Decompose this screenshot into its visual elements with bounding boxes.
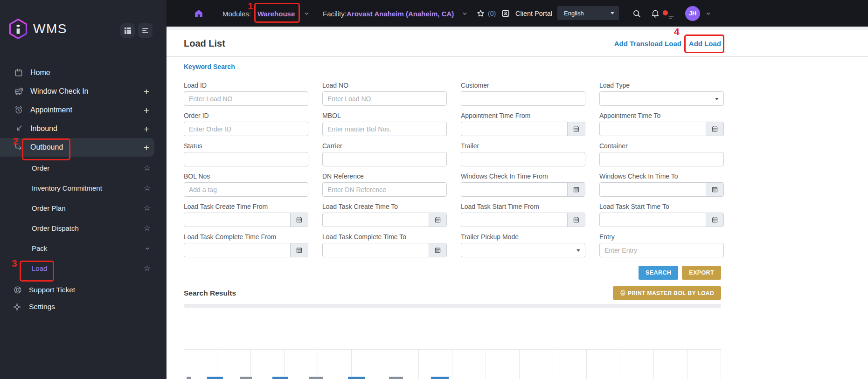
- load-task-start-time-to-input[interactable]: [600, 213, 706, 227]
- trailer-pickup-mode-select[interactable]: [461, 243, 585, 257]
- results-table-clipped: [184, 349, 721, 379]
- facility-value[interactable]: Arovast Anaheim (Anaheim, CA): [347, 9, 454, 17]
- windows-check-in-time-to-input[interactable]: [600, 183, 706, 196]
- entry-label: Entry: [599, 233, 724, 241]
- load-task-complete-time-to-input-group: [322, 243, 447, 257]
- load-task-create-time-from-field: Load Task Create Time From: [184, 203, 308, 233]
- calendar-icon[interactable]: [706, 213, 723, 227]
- sidebar-item-settings[interactable]: Settings: [0, 298, 167, 315]
- sidebar-item-appointment[interactable]: Appointment +: [0, 101, 167, 119]
- add-transload-load-link[interactable]: Add Transload Load: [614, 40, 681, 48]
- order-id-input[interactable]: [184, 122, 308, 136]
- load-task-create-time-to-input[interactable]: [323, 213, 429, 227]
- sidebar-subitem-order[interactable]: Order ☆: [0, 158, 167, 178]
- print-master-bol-button[interactable]: PRINT MASTER BOL BY LOAD: [613, 286, 721, 300]
- load-type-select[interactable]: [599, 91, 724, 106]
- calendar-icon[interactable]: [290, 243, 308, 257]
- sidebar-subitem-load[interactable]: Load ☆: [0, 258, 167, 278]
- chevron-down-icon[interactable]: [461, 10, 468, 17]
- load-id-field: Load ID: [184, 82, 308, 112]
- menu-lines-icon: [141, 27, 149, 34]
- notifications-bell-icon[interactable]: [651, 9, 660, 18]
- customer-input[interactable]: [461, 92, 585, 105]
- load-task-complete-time-from-field: Load Task Complete Time From: [184, 233, 308, 263]
- caret-down-icon: [715, 98, 719, 100]
- chevron-down-icon[interactable]: [144, 245, 151, 252]
- calendar-icon[interactable]: [290, 213, 308, 227]
- trailer-pickup-mode-label: Trailer Pickup Mode: [461, 233, 585, 241]
- client-portal-label[interactable]: Client Portal: [515, 10, 552, 17]
- trailer-input-group: [461, 152, 585, 166]
- mbol-input[interactable]: [323, 122, 446, 136]
- status-input[interactable]: [184, 152, 308, 166]
- calendar-icon[interactable]: [706, 183, 723, 196]
- star-icon[interactable]: ☆: [144, 264, 151, 272]
- load-task-start-time-to-field: Load Task Start Time To: [599, 203, 724, 233]
- sidebar-subitem-label: Order: [32, 164, 144, 172]
- calendar-icon[interactable]: [567, 213, 585, 227]
- calendar-icon[interactable]: [567, 183, 585, 196]
- load-task-complete-time-to-input[interactable]: [323, 243, 429, 257]
- plus-icon[interactable]: +: [144, 124, 149, 134]
- sidebar-subitem-order-dispatch[interactable]: Order Dispatch ☆: [0, 218, 167, 238]
- sidebar-item-window-check-in[interactable]: Window Check In +: [0, 82, 167, 101]
- star-icon[interactable]: ☆: [144, 164, 151, 172]
- windows-check-in-time-from-input[interactable]: [461, 183, 567, 196]
- star-icon[interactable]: ☆: [144, 224, 151, 232]
- grid-icon: [124, 27, 132, 34]
- load-no-input[interactable]: [323, 92, 446, 105]
- modules-value[interactable]: Warehouse: [257, 9, 295, 17]
- keyword-search-link[interactable]: Keyword Search: [184, 63, 868, 70]
- load-task-start-time-from-input[interactable]: [461, 213, 567, 227]
- search-icon[interactable]: [632, 9, 641, 18]
- star-icon[interactable]: ☆: [144, 184, 151, 192]
- export-button[interactable]: EXPORT: [682, 266, 721, 280]
- sidebar-subitem-order-plan[interactable]: Order Plan ☆: [0, 198, 167, 218]
- arrow-outbound-icon: [14, 143, 24, 152]
- load-task-create-time-from-input[interactable]: [184, 213, 290, 227]
- calendar-icon[interactable]: [706, 122, 723, 136]
- chevron-down-icon[interactable]: [705, 10, 712, 17]
- sidebar-subitem-pack[interactable]: Pack: [0, 238, 167, 258]
- load-id-input[interactable]: [184, 92, 308, 105]
- calendar-icon[interactable]: [429, 213, 446, 227]
- appointment-time-from-input[interactable]: [461, 122, 567, 136]
- sidebar-item-support-ticket[interactable]: Support Ticket: [0, 282, 167, 298]
- load-task-complete-time-from-input[interactable]: [184, 243, 290, 257]
- star-icon[interactable]: ☆: [144, 204, 151, 212]
- sidebar-item-label: Settings: [29, 303, 55, 311]
- add-load-link[interactable]: Add Load: [689, 40, 721, 48]
- results-scrollbar[interactable]: [184, 304, 721, 308]
- home-icon[interactable]: [194, 8, 204, 19]
- user-avatar[interactable]: JH: [685, 6, 700, 21]
- sidebar-item-outbound[interactable]: Outbound +: [0, 138, 154, 157]
- sidebar-subitem-label: Order Dispatch: [32, 224, 144, 232]
- bol-nos-input[interactable]: [184, 183, 308, 196]
- order-id-label: Order ID: [184, 112, 308, 120]
- carrier-input[interactable]: [323, 152, 446, 166]
- container-input[interactable]: [600, 152, 723, 166]
- plus-icon[interactable]: +: [144, 105, 149, 115]
- sidebar-item-label: Outbound: [30, 143, 144, 152]
- search-button[interactable]: SEARCH: [639, 266, 678, 280]
- trailer-input[interactable]: [461, 152, 585, 166]
- plus-icon[interactable]: +: [144, 87, 149, 96]
- dn-reference-input[interactable]: [323, 183, 446, 196]
- sidebar-subitem-inventory-commitment[interactable]: Inventory Commitment ☆: [0, 178, 167, 198]
- dn-reference-input-group: [322, 182, 447, 197]
- apps-grid-button[interactable]: [120, 23, 135, 38]
- calendar-icon[interactable]: [429, 243, 446, 257]
- calendar-icon[interactable]: [567, 122, 585, 136]
- client-portal-icon[interactable]: [501, 9, 510, 18]
- entry-input[interactable]: [600, 243, 723, 257]
- plus-icon[interactable]: +: [144, 143, 149, 152]
- chevron-down-icon[interactable]: [303, 10, 310, 17]
- favorites-star-icon[interactable]: [476, 9, 485, 18]
- sidebar-item-home[interactable]: Home: [0, 63, 167, 82]
- collapse-menu-button[interactable]: [138, 23, 153, 38]
- sidebar-footer: Support Ticket Settings: [0, 282, 167, 315]
- appointment-time-to-input[interactable]: [600, 122, 706, 136]
- sidebar-item-inbound[interactable]: Inbound +: [0, 119, 167, 138]
- language-select[interactable]: English: [557, 6, 619, 20]
- container-input-group: [599, 152, 724, 166]
